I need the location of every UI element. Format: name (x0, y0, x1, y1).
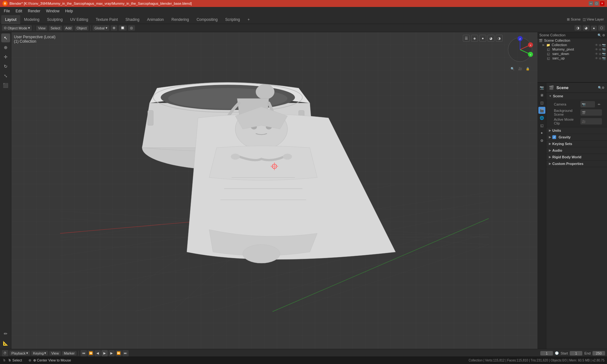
units-section-header[interactable]: ▶ Units (546, 127, 607, 134)
eye-icon[interactable]: 👁 (595, 43, 598, 47)
camera-value[interactable]: 📷 (580, 101, 595, 107)
tab-uv-editing[interactable]: UV Editing (66, 15, 92, 24)
viewport-shading-rendered[interactable]: ● (591, 26, 597, 31)
timeline-icon[interactable]: ⏱ (2, 350, 8, 356)
persp-button[interactable]: 🔍 (509, 65, 516, 72)
tl-view-menu[interactable]: View (49, 351, 61, 355)
viewport-shading-material[interactable]: ◕ (583, 25, 590, 31)
next-keyframe-button[interactable]: ⏩ (115, 350, 122, 356)
mp-eye-icon[interactable]: 👁 (595, 48, 598, 51)
scene-selector[interactable]: ⊞ Scene (567, 17, 580, 21)
current-frame[interactable]: 1 (540, 351, 553, 355)
solid-shading[interactable]: ● (479, 35, 486, 42)
prev-keyframe-button[interactable]: ⏪ (88, 350, 94, 356)
audio-header[interactable]: ▶ Audio (546, 147, 607, 154)
view-layer-selector[interactable]: ◫ View Layer (583, 17, 604, 21)
keying-sets-header[interactable]: ▶ Keying Sets (546, 141, 607, 147)
overlay-toggle[interactable]: ☰ (463, 35, 470, 42)
output-props-icon[interactable]: 🖥 (538, 92, 545, 99)
viewport-shading-wire[interactable]: ⬡ (598, 25, 605, 31)
select-tool[interactable]: ↖ (1, 33, 10, 42)
scene-props-icon[interactable]: 🎬 (538, 107, 545, 114)
measure-tool[interactable]: 📐 (1, 339, 10, 348)
view-menu[interactable]: View (36, 26, 47, 31)
jump-end-button[interactable]: ⏭ (122, 350, 129, 356)
render-icon[interactable]: 📷 (602, 43, 606, 47)
fly-camera[interactable]: 🎥 (517, 65, 523, 72)
next-frame-button[interactable]: ▶ (108, 350, 115, 356)
maximize-button[interactable]: □ (594, 1, 599, 6)
playback-menu[interactable]: Playback ▾ (9, 351, 30, 355)
lock-camera[interactable]: 🔒 (524, 65, 531, 72)
annotate-tool[interactable]: ✏ (1, 329, 10, 338)
jump-start-button[interactable]: ⏮ (81, 350, 87, 356)
menu-edit[interactable]: Edit (13, 8, 25, 14)
material-shading[interactable]: ◕ (487, 35, 494, 42)
su-render-icon[interactable]: 📷 (602, 57, 606, 60)
menu-file[interactable]: File (1, 8, 12, 14)
particles-props-icon[interactable]: ✦ (538, 130, 545, 136)
proportional-edit[interactable]: ◎ (128, 25, 135, 31)
tab-layout[interactable]: Layout (1, 15, 20, 24)
outliner-options[interactable]: ⚙ (602, 33, 605, 37)
tree-scene-collection[interactable]: 🎬 Scene Collection (537, 38, 607, 43)
transform-tool[interactable]: ⬛ (1, 81, 10, 90)
close-button[interactable]: ✕ (600, 1, 604, 6)
scene-section-header[interactable]: ▼ Scene (546, 93, 607, 99)
tab-modeling[interactable]: Modeling (20, 15, 43, 24)
render-props-icon[interactable]: 📷 (538, 84, 545, 91)
su-cursor-icon[interactable]: ⊕ (599, 57, 601, 60)
tree-collection[interactable]: ▶ 📁 Collection 👁 ⊕ 📷 (537, 43, 607, 47)
pivot-selector[interactable]: ⊕ (111, 25, 117, 31)
gravity-checkbox[interactable]: ✓ (552, 135, 556, 139)
sd-eye-icon[interactable]: 👁 (595, 52, 598, 56)
sd-render-icon[interactable]: 📷 (602, 52, 606, 56)
gravity-section-header[interactable]: ▶ ✓ Gravity (546, 134, 607, 140)
scale-tool[interactable]: ⤡ (1, 71, 10, 80)
tab-sculpting[interactable]: Sculpting (43, 15, 66, 24)
rendered-shading[interactable]: ◑ (496, 35, 503, 42)
tab-scripting[interactable]: Scripting (221, 15, 244, 24)
menu-window[interactable]: Window (43, 8, 62, 14)
world-props-icon[interactable]: 🌐 (538, 114, 545, 121)
navigation-gizmo[interactable]: X Y Z 🔍 🎥 🔒 (506, 35, 534, 64)
rigid-body-header[interactable]: ▶ Rigid Body World (546, 154, 607, 160)
movie-clip-value[interactable]: 🎥 (580, 118, 602, 124)
bg-scene-value[interactable]: 🎬 (580, 109, 602, 116)
snap-toggle[interactable]: 🔲 (119, 25, 127, 31)
tree-sarc-up[interactable]: ◱ sarc_up 👁 ⊕ 📷 (537, 56, 607, 60)
menu-render[interactable]: Render (25, 8, 43, 14)
end-frame[interactable]: 250 (592, 351, 605, 355)
object-menu[interactable]: Object (75, 26, 89, 31)
tree-sarc-down[interactable]: ◱ sarc_down 👁 ⊕ 📷 (537, 52, 607, 56)
physics-props-icon[interactable]: ⚙ (538, 137, 545, 144)
xray-toggle[interactable]: ◈ (471, 35, 478, 42)
cursor-icon[interactable]: ⊕ (599, 43, 601, 47)
mp-render-icon[interactable]: 📷 (602, 48, 606, 51)
keying-menu[interactable]: Keying ▾ (31, 351, 48, 355)
tab-add[interactable]: + (244, 15, 254, 24)
play-button[interactable]: ▶ (101, 350, 108, 356)
select-menu[interactable]: Select (49, 26, 62, 31)
su-eye-icon[interactable]: 👁 (595, 57, 598, 60)
menu-help[interactable]: Help (63, 8, 76, 14)
tab-texture-paint[interactable]: Texture Paint (92, 15, 122, 24)
prev-frame-button[interactable]: ◀ (95, 350, 101, 356)
tab-shading[interactable]: Shading (122, 15, 143, 24)
mode-selector[interactable]: ⊙ Object Mode ▾ (2, 25, 32, 31)
add-menu[interactable]: Add (64, 26, 74, 31)
custom-props-header[interactable]: ▶ Custom Properties (546, 161, 607, 167)
marker-menu[interactable]: Marker (62, 351, 77, 355)
3d-viewport[interactable]: User Perspective (Local) (1) Collection … (11, 32, 537, 349)
start-frame[interactable]: 1 (570, 351, 582, 355)
tab-rendering[interactable]: Rendering (168, 15, 193, 24)
tab-compositing[interactable]: Compositing (193, 15, 222, 24)
tab-animation[interactable]: Animation (143, 15, 168, 24)
camera-eyedrop[interactable]: ✏ (596, 101, 602, 107)
view-layer-props-icon[interactable]: ◫ (538, 99, 545, 106)
sd-cursor-icon[interactable]: ⊕ (599, 52, 601, 56)
minimize-button[interactable]: ─ (589, 1, 593, 6)
tree-mummy-pivot[interactable]: ◱ Mummy_pivot 👁 ⊕ 📷 (537, 47, 607, 52)
outliner-filter[interactable]: 🔍 (598, 33, 601, 37)
global-selector[interactable]: Global ▾ (93, 25, 109, 31)
